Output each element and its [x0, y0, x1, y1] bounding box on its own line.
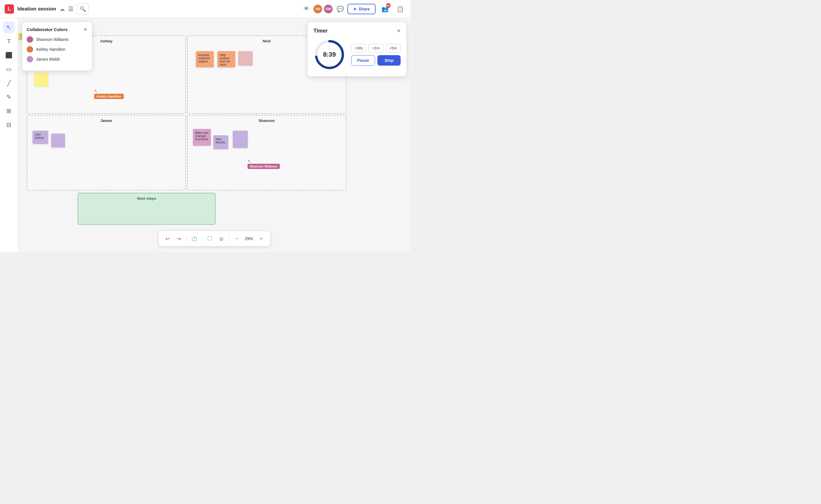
- board-shannon[interactable]: Shannon Make new changes to product New …: [187, 115, 346, 190]
- board-title-ashley: Ashley: [100, 39, 113, 43]
- redo-button[interactable]: ↪: [174, 233, 184, 244]
- app-logo: L: [5, 4, 14, 14]
- timer-title: Timer: [313, 28, 328, 34]
- increment-5m[interactable]: +5m: [386, 44, 400, 52]
- cursor-shannon-area: ↖ Shannon Williams: [247, 159, 251, 164]
- tool-grid[interactable]: ⊞: [3, 105, 15, 117]
- cursor-ashley-area: ↖ Ashley Hamilton: [94, 88, 98, 94]
- tool-frame[interactable]: ⬛: [3, 49, 15, 61]
- timer-controls: +30s +1m +5m Pause Stop: [351, 44, 400, 66]
- timer-circle: 8:39: [313, 39, 345, 71]
- tool-select[interactable]: ↖: [3, 21, 15, 33]
- timer-actions: Pause Stop: [351, 55, 400, 66]
- doc-title: Ideation session: [17, 6, 56, 12]
- location-button[interactable]: ◎: [216, 233, 227, 244]
- pause-button[interactable]: Pause: [351, 55, 375, 66]
- zoom-out-button[interactable]: −: [231, 233, 242, 244]
- comment-icon[interactable]: 💬: [337, 6, 344, 12]
- timer-display: 8:39: [323, 51, 336, 58]
- share-button[interactable]: ➤ Share: [347, 4, 375, 14]
- increment-30s[interactable]: +30s: [351, 44, 366, 52]
- collab-name-shannon: Shannon Williams: [36, 37, 69, 42]
- canvas[interactable]: Collaborator Colors ✕ Shannon Williams A…: [18, 18, 410, 252]
- note-make-changes[interactable]: Make new changes to product: [193, 129, 211, 146]
- users-badge: 9m: [386, 3, 391, 8]
- avatar-sw: SW: [323, 4, 333, 14]
- undo-button[interactable]: ↩: [162, 233, 172, 244]
- board-title-shannon: Shannon: [258, 118, 275, 123]
- note-new-themes[interactable]: New themes: [213, 135, 228, 149]
- increment-1m[interactable]: +1m: [368, 44, 383, 52]
- search-button[interactable]: 🔍: [77, 3, 89, 15]
- avatar-ah: AH: [313, 4, 323, 14]
- note-help-product[interactable]: Help product team do more: [217, 51, 235, 67]
- timer-increments: +30s +1m +5m: [351, 44, 400, 52]
- toolbar-divider-1: [186, 235, 187, 242]
- cursor-label-shannon: Shannon Williams: [247, 164, 280, 169]
- next-steps-title: Next steps: [137, 196, 156, 201]
- fullscreen-button[interactable]: ⛶: [204, 233, 215, 244]
- collab-panel-close[interactable]: ✕: [83, 27, 87, 32]
- topbar: L Ideation session ☁ ☰ 🔍 👁 AH SW 💬 ➤ Sha…: [0, 0, 410, 18]
- timer-header: Timer ✕: [313, 28, 400, 34]
- note-pink-blank[interactable]: [238, 51, 253, 66]
- tool-shape[interactable]: ▭: [3, 63, 15, 75]
- board-james[interactable]: James User testing: [27, 115, 186, 190]
- timer-body: 8:39 +30s +1m +5m Pause Stop: [313, 39, 400, 71]
- timer-close[interactable]: ✕: [397, 28, 400, 34]
- bottom-toolbar: ↩ ↪ 🕐 ⛶ ◎ − 29% +: [159, 231, 270, 246]
- cloud-icon: ☁: [60, 6, 65, 12]
- note-purple-blank-james[interactable]: [51, 134, 65, 147]
- board-title-james: James: [100, 118, 112, 123]
- users-button[interactable]: 👥 9m: [379, 3, 391, 15]
- note-purple-blank-shannon[interactable]: [233, 131, 248, 148]
- collab-dot-james: [27, 56, 33, 62]
- collab-colors-panel: Collaborator Colors ✕ Shannon Williams A…: [22, 22, 92, 71]
- collab-dot-shannon: [27, 36, 33, 43]
- collab-dot-ashley: [27, 46, 33, 53]
- collab-item-ashley: Ashley Hamilton: [27, 46, 87, 53]
- note-user-testing[interactable]: User testing: [33, 131, 48, 144]
- timer-panel: Timer ✕ 8:39 +30s +1m +5m Pause Stop: [308, 22, 406, 76]
- board-title-nick: Nick: [263, 39, 270, 43]
- history-button[interactable]: 🕐: [189, 233, 200, 244]
- eye-icon[interactable]: 👁: [303, 6, 309, 12]
- cursor-label-ashley: Ashley Hamilton: [94, 94, 124, 99]
- tool-text[interactable]: T: [3, 35, 15, 47]
- next-steps-section[interactable]: Next steps: [78, 193, 215, 225]
- zoom-level: 29%: [243, 236, 255, 241]
- menu-icon[interactable]: ☰: [68, 6, 73, 12]
- share-icon: ➤: [353, 7, 357, 11]
- collab-name-james: James Webb: [36, 57, 60, 62]
- collab-item-shannon: Shannon Williams: [27, 36, 87, 43]
- collab-item-james: James Webb: [27, 56, 87, 62]
- stop-button[interactable]: Stop: [377, 55, 400, 66]
- collaborator-avatars: AH SW: [313, 4, 333, 14]
- tool-draw[interactable]: ✎: [3, 91, 15, 103]
- collab-panel-header: Collaborator Colors ✕: [27, 27, 87, 32]
- collab-panel-title: Collaborator Colors: [27, 27, 68, 32]
- collab-name-ashley: Ashley Hamilton: [36, 47, 65, 52]
- note-yellow-blank[interactable]: [34, 73, 48, 87]
- note-increase-support[interactable]: Increase customer support: [196, 51, 214, 67]
- zoom-in-button[interactable]: +: [256, 233, 266, 244]
- tool-line[interactable]: ╱: [3, 77, 15, 89]
- toolbar-divider-2: [202, 235, 202, 242]
- sidebar: ↖ T ⬛ ▭ ╱ ✎ ⊞ ⊟: [0, 18, 18, 252]
- tool-table[interactable]: ⊟: [3, 119, 15, 131]
- notes-button[interactable]: 📋: [394, 3, 406, 15]
